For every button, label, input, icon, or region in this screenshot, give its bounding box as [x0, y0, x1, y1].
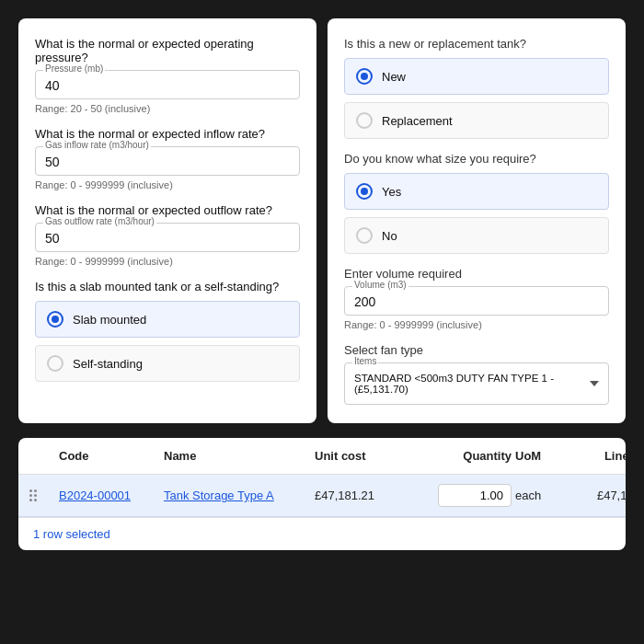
outflow-label: Gas outflow rate (m3/hour): [43, 216, 156, 226]
inflow-value[interactable]: 50: [45, 153, 290, 171]
th-quantity: Quantity: [429, 449, 512, 463]
td-line-cost: £47,181.21: [574, 489, 626, 502]
outflow-group: What is the normal or expected outflow r…: [35, 203, 300, 267]
outflow-question: What is the normal or expected outflow r…: [35, 203, 300, 217]
size-known-group: Do you know what size you require? Yes N…: [344, 152, 609, 254]
fan-type-select[interactable]: Items STANDARD <500m3 DUTY FAN TYPE 1 - …: [344, 362, 609, 405]
td-name: Tank Storage Type A: [164, 489, 311, 502]
pressure-value[interactable]: 40: [45, 76, 290, 95]
slab-mounted-option[interactable]: Slab mounted: [35, 301, 300, 338]
fan-type-float-label: Items: [352, 356, 378, 366]
th-line-cost: Line cost: [574, 449, 626, 463]
no-label: No: [382, 229, 397, 243]
td-unit-cost: £47,181.21: [315, 489, 425, 502]
th-code: Code: [59, 449, 160, 463]
th-drag: [29, 449, 55, 463]
outflow-value[interactable]: 50: [45, 229, 290, 247]
inflow-range: Range: 0 - 9999999 (inclusive): [35, 179, 300, 190]
th-unit-cost: Unit cost: [315, 449, 425, 463]
outflow-range: Range: 0 - 9999999 (inclusive): [35, 256, 300, 267]
td-quantity[interactable]: [429, 484, 512, 507]
td-code: B2024-00001: [59, 489, 160, 502]
pressure-question: What is the normal or expected operating…: [35, 37, 300, 64]
volume-label: Volume (m3): [352, 280, 408, 290]
quantity-input[interactable]: [438, 484, 512, 507]
no-option[interactable]: No: [344, 217, 609, 254]
left-panel: What is the normal or expected operating…: [18, 18, 316, 423]
self-standing-option[interactable]: Self-standing: [35, 345, 300, 382]
name-link[interactable]: Tank Storage Type A: [164, 489, 274, 502]
size-known-radio-group: Yes No: [344, 173, 609, 254]
table-panel: Code Name Unit cost Quantity UoM Line co…: [18, 438, 626, 550]
new-replacement-radio-group: New Replacement: [344, 58, 609, 139]
new-replacement-group: Is this a new or replacement tank? New R…: [344, 37, 609, 139]
new-radio[interactable]: [356, 68, 373, 85]
chevron-down-icon: [590, 381, 599, 386]
volume-section: Enter volume required Volume (m3) 200 Ra…: [344, 267, 609, 330]
volume-input-wrapper: Volume (m3) 200: [344, 286, 609, 316]
outflow-input-wrapper: Gas outflow rate (m3/hour) 50: [35, 223, 300, 252]
volume-range: Range: 0 - 9999999 (inclusive): [344, 319, 609, 330]
size-known-question: Do you know what size you require?: [344, 152, 609, 166]
volume-title: Enter volume required: [344, 267, 609, 281]
table-header: Code Name Unit cost Quantity UoM Line co…: [18, 438, 626, 475]
inflow-label: Gas inflow rate (m3/hour): [43, 140, 151, 150]
yes-radio[interactable]: [356, 183, 373, 200]
pressure-range: Range: 20 - 50 (inclusive): [35, 103, 300, 114]
slab-mounted-label: Slab mounted: [73, 313, 146, 327]
yes-label: Yes: [382, 185, 401, 199]
mount-radio-group: Slab mounted Self-standing: [35, 301, 300, 382]
fan-type-value-row[interactable]: STANDARD <500m3 DUTY FAN TYPE 1 - (£5,13…: [345, 363, 608, 404]
mount-type-group: Is this a slab mounted tank or a self-st…: [35, 280, 300, 382]
no-radio[interactable]: [356, 227, 373, 244]
new-label: New: [382, 70, 406, 84]
fan-type-section: Select fan type Items STANDARD <500m3 DU…: [344, 343, 609, 405]
fan-type-value: STANDARD <500m3 DUTY FAN TYPE 1 - (£5,13…: [354, 373, 590, 395]
replacement-option[interactable]: Replacement: [344, 102, 609, 139]
td-uom: each: [515, 489, 570, 502]
replacement-label: Replacement: [382, 114, 453, 128]
yes-option[interactable]: Yes: [344, 173, 609, 210]
pressure-label: Pressure (mb): [43, 63, 105, 74]
new-option[interactable]: New: [344, 58, 609, 95]
th-uom: UoM: [515, 449, 570, 463]
mount-question: Is this a slab mounted tank or a self-st…: [35, 280, 300, 293]
pressure-group: What is the normal or expected operating…: [35, 37, 300, 114]
code-link[interactable]: B2024-00001: [59, 489, 131, 502]
self-standing-radio[interactable]: [47, 355, 63, 372]
pressure-input-wrapper: Pressure (mb) 40: [35, 70, 300, 99]
drag-handle-icon[interactable]: [29, 489, 55, 501]
self-standing-label: Self-standing: [73, 357, 143, 371]
th-name: Name: [164, 449, 311, 463]
new-replacement-question: Is this a new or replacement tank?: [344, 37, 609, 51]
fan-type-title: Select fan type: [344, 343, 609, 357]
replacement-radio[interactable]: [356, 112, 373, 129]
inflow-input-wrapper: Gas inflow rate (m3/hour) 50: [35, 146, 300, 176]
table-row[interactable]: B2024-00001 Tank Storage Type A £47,181.…: [18, 475, 626, 517]
inflow-group: What is the normal or expected inflow ra…: [35, 127, 300, 190]
volume-value[interactable]: 200: [354, 293, 599, 311]
right-panel: Is this a new or replacement tank? New R…: [328, 18, 626, 423]
slab-mounted-radio[interactable]: [47, 311, 63, 328]
inflow-question: What is the normal or expected inflow ra…: [35, 127, 300, 141]
table-footer: 1 row selected: [18, 518, 626, 550]
